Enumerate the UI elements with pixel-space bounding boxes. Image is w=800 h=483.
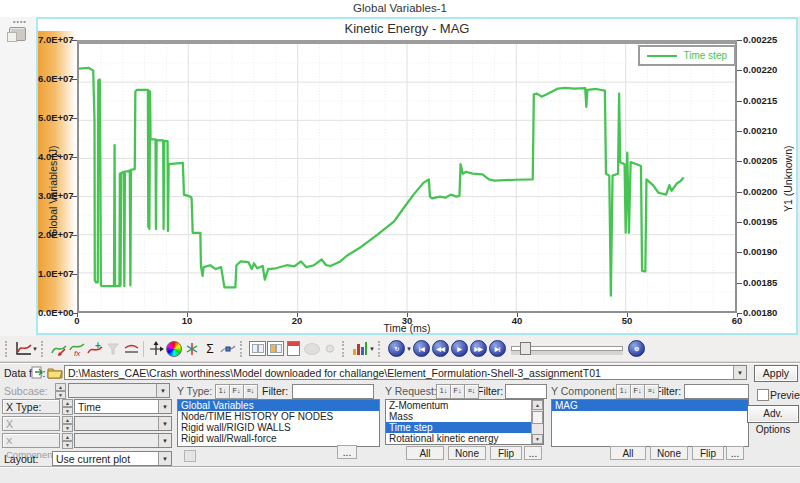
layout-combo[interactable]: Use current plot▼ <box>52 451 172 466</box>
sort-alpha-icon[interactable]: F↓ <box>630 384 645 399</box>
datum-line-icon[interactable] <box>219 340 237 358</box>
axes-icon[interactable] <box>147 340 165 358</box>
next-frame-button[interactable]: ▶▶ <box>470 340 487 357</box>
sort-numeric-icon[interactable]: 1↓ <box>215 384 230 399</box>
list-item[interactable]: Rigid wall/Rwall-force <box>178 433 379 444</box>
y-request-list[interactable]: Z-MomentumMassTime stepRotational kineti… <box>385 399 544 445</box>
flip-button[interactable]: Flip <box>490 446 522 460</box>
list-item[interactable]: Mass <box>386 411 531 422</box>
all-button[interactable]: All <box>610 446 646 460</box>
timestep-curve[interactable] <box>79 68 684 296</box>
y-request-scrollbar[interactable]: ▲ ▼ <box>531 400 543 444</box>
list-item[interactable]: Rotational kinetic energy <box>386 433 531 444</box>
sort-alpha-icon[interactable]: F↓ <box>229 384 244 399</box>
list-item[interactable]: Node/TIME HISTORY OF NODES <box>178 411 379 422</box>
x-request-spinner[interactable]: ▲▼ <box>62 416 73 431</box>
play-button[interactable]: ▶ <box>451 340 468 357</box>
apply-button[interactable]: Apply <box>754 365 798 382</box>
list-item[interactable]: Rigid wall/RIGID WALLS <box>178 422 379 433</box>
list-item[interactable]: Global Variables <box>178 400 379 411</box>
y-component-filter-input[interactable] <box>684 384 749 399</box>
x-component-label: X Component: <box>2 433 60 448</box>
subcase-combo: ▼ <box>68 383 170 398</box>
y-type-more-button[interactable]: ... <box>337 445 357 459</box>
trim-curve-icon[interactable] <box>122 340 140 358</box>
toolbar-grip[interactable] <box>240 341 246 357</box>
list-item[interactable]: Z-Momentum <box>386 400 531 411</box>
sort-list-icon[interactable]: ≡↓ <box>464 384 479 399</box>
list-item[interactable]: Time step <box>386 422 531 433</box>
more-button[interactable]: ... <box>524 446 542 460</box>
subcase-spinner[interactable]: ▲▼ <box>55 383 66 398</box>
data-file-combo[interactable]: D:\Masters_CAE\Crash worthiness\Model do… <box>64 365 747 380</box>
none-button[interactable]: None <box>650 446 688 460</box>
notes-icon[interactable] <box>285 340 303 358</box>
last-frame-button[interactable]: ▶| <box>489 340 506 357</box>
scroll-down-icon[interactable]: ▼ <box>532 434 543 444</box>
build-plots-panel: Data file: D:\Masters_CAE\Crash worthine… <box>0 362 800 467</box>
toolbar-grip[interactable] <box>5 341 11 357</box>
define-curves-icon[interactable]: fx <box>68 340 86 358</box>
session-file-icon[interactable] <box>29 364 46 380</box>
y-axis-tick-label-right: 0.00195 <box>743 216 783 227</box>
all-button[interactable]: All <box>406 446 444 460</box>
animation-slider[interactable] <box>511 341 623 356</box>
adv-options-button[interactable]: Adv. Options <box>747 405 799 423</box>
y-axis-tick-label-left: 6.0E+07 <box>38 73 72 84</box>
plot-area[interactable]: Time step <box>77 40 737 313</box>
math-sum-icon[interactable]: Σ <box>201 340 219 358</box>
toolbar-grip[interactable] <box>378 341 384 357</box>
tick-mark <box>72 274 77 275</box>
y-type-filter-input[interactable] <box>292 384 374 399</box>
color-wheel-icon[interactable] <box>165 340 183 358</box>
main-toolbar: ▼fx+Σ⚙▼↻▼|◀◀◀▶▶▶▶|⚙ <box>0 336 800 362</box>
toolbar-grip[interactable] <box>41 341 47 357</box>
layout-label: Layout: <box>4 453 38 465</box>
x-component-spinner[interactable]: ▲▼ <box>62 433 73 448</box>
list-item[interactable]: MAG <box>552 400 748 411</box>
slider-thumb[interactable] <box>520 342 531 355</box>
none-button[interactable]: None <box>448 446 486 460</box>
y-component-list[interactable]: MAG <box>551 399 749 447</box>
sort-alpha-icon[interactable]: F↓ <box>450 384 465 399</box>
sort-numeric-icon[interactable]: 1↓ <box>436 384 451 399</box>
add-curve-icon[interactable]: + <box>86 340 104 358</box>
sort-list-icon[interactable]: ≡↓ <box>644 384 659 399</box>
legend[interactable]: Time step <box>638 45 736 66</box>
tick-mark <box>72 235 77 236</box>
x-type-combo[interactable]: Time▼ <box>74 399 172 414</box>
page-title: Global Variables-1 <box>353 2 447 14</box>
open-folder-icon[interactable] <box>46 364 63 380</box>
animation-settings-icon[interactable]: ⚙ <box>628 340 645 357</box>
annotation-bubble-icon <box>303 340 321 358</box>
dropdown-caret-icon[interactable]: ▼ <box>369 346 375 352</box>
previous-frame-button[interactable]: ◀◀ <box>432 340 449 357</box>
layout-image-icon[interactable] <box>267 340 285 358</box>
units-scale-icon[interactable] <box>183 340 201 358</box>
sort-list-icon[interactable]: ≡↓ <box>243 384 258 399</box>
sort-numeric-icon[interactable]: 1↓ <box>616 384 631 399</box>
more-button[interactable]: ... <box>726 446 744 460</box>
y-type-list[interactable]: Global VariablesNode/TIME HISTORY OF NOD… <box>177 399 380 447</box>
page-layout-icon[interactable] <box>249 340 267 358</box>
plot-tool-icon[interactable] <box>14 340 32 358</box>
dropdown-arrow-icon[interactable]: ▼ <box>733 366 746 379</box>
y-axis-tick-label-right: 0.00205 <box>743 155 783 166</box>
toolbar-grip[interactable] <box>342 341 348 357</box>
chart-style-icon[interactable] <box>351 340 369 358</box>
plot-page-icon[interactable] <box>9 27 26 41</box>
y-request-filter-input[interactable] <box>505 384 547 399</box>
y-component-label: Y Component: <box>551 385 618 397</box>
animation-mode-icon[interactable]: ↻ <box>388 340 405 357</box>
scroll-up-icon[interactable]: ▲ <box>532 400 543 410</box>
dropdown-caret-icon[interactable]: ▼ <box>32 346 38 352</box>
x-type-spinner[interactable]: ▲▼ <box>62 399 73 414</box>
dropdown-caret-icon[interactable]: ▼ <box>406 346 412 352</box>
flip-button[interactable]: Flip <box>692 446 724 460</box>
y-axis-tick-label-right: 0.00200 <box>743 186 783 197</box>
preview-checkbox[interactable] <box>757 389 769 401</box>
curve-attributes-icon[interactable] <box>50 340 68 358</box>
first-frame-button[interactable]: |◀ <box>413 340 430 357</box>
scroll-thumb[interactable] <box>532 411 543 424</box>
panel-grip-dots[interactable]: •••• <box>13 18 27 25</box>
